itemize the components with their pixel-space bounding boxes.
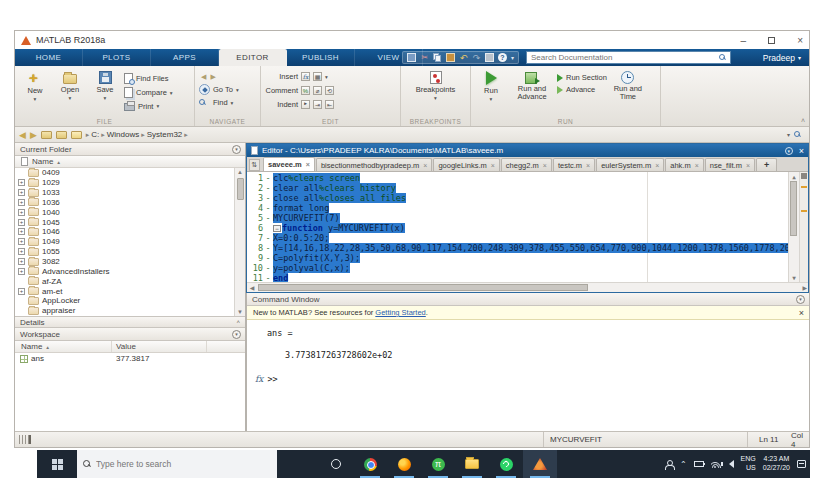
code-line-3[interactable]: 3-close all%closes all files bbox=[247, 193, 788, 203]
paste-icon[interactable] bbox=[446, 53, 455, 62]
editor-tab-ahk[interactable]: ahk.m× bbox=[665, 158, 704, 171]
insert-label[interactable]: Insert bbox=[265, 72, 298, 81]
code-line-11[interactable]: 11-end bbox=[247, 273, 788, 282]
save-icon[interactable] bbox=[407, 53, 416, 62]
workspace-value-header[interactable]: Value bbox=[112, 341, 207, 352]
copy-icon[interactable] bbox=[433, 53, 442, 62]
close-icon[interactable]: × bbox=[423, 162, 427, 169]
cortana-button[interactable] bbox=[319, 450, 353, 478]
code-line-10[interactable]: 10-y=polyval(C,x); bbox=[247, 263, 788, 273]
scrollbar-thumb[interactable] bbox=[258, 284, 588, 291]
hidden-icons-chevron[interactable]: ⌃ bbox=[680, 460, 687, 469]
panel-menu-icon[interactable]: ▾ bbox=[232, 145, 241, 154]
comment-label[interactable]: Comment bbox=[265, 86, 298, 95]
folder-item-3082[interactable]: +3082 bbox=[15, 257, 234, 267]
scroll-left-icon[interactable]: ◀ bbox=[247, 284, 257, 291]
collapse-icon[interactable]: ˄ bbox=[236, 319, 240, 325]
folder-item-1040[interactable]: +1040 bbox=[15, 207, 234, 217]
battery-icon[interactable] bbox=[694, 461, 704, 467]
close-icon[interactable]: × bbox=[655, 162, 659, 169]
code-line-8[interactable]: 8-Y=[14,16,18,22,28,35,50,68,90,117,154,… bbox=[247, 243, 788, 253]
minimize-button[interactable]: – bbox=[741, 35, 747, 46]
run-time-button[interactable]: Run and Time bbox=[610, 69, 646, 114]
user-menu[interactable]: Pradeep ▾ bbox=[763, 49, 801, 66]
command-window-output[interactable]: ans = 3.773817263728602e+02 fx >> bbox=[247, 320, 809, 433]
editor-tab-testc[interactable]: testc.m× bbox=[553, 158, 595, 171]
expand-icon[interactable]: + bbox=[18, 179, 25, 186]
warning-marker[interactable] bbox=[801, 210, 807, 212]
goto-button[interactable]: Go To▾ bbox=[199, 84, 239, 95]
expand-icon[interactable] bbox=[18, 169, 25, 176]
code-line-7[interactable]: 7-X=0:0.5:20; bbox=[247, 233, 788, 243]
code-line-9[interactable]: 9-C=polyfit(X,Y,3); bbox=[247, 253, 788, 263]
scrollbar-thumb[interactable] bbox=[237, 178, 244, 200]
name-column-header[interactable]: Name▴ bbox=[15, 156, 245, 168]
code-line-5[interactable]: 5-MYCURVEFIT(7) bbox=[247, 213, 788, 223]
editor-tab-chegg2[interactable]: chegg2.m× bbox=[501, 158, 552, 171]
code-line-4[interactable]: 4-format long bbox=[247, 203, 788, 213]
expand-icon[interactable]: + bbox=[18, 199, 25, 206]
run-advance-button[interactable]: Run and Advance bbox=[510, 69, 554, 114]
tab-publish[interactable]: PUBLISH bbox=[287, 49, 355, 66]
scroll-up-icon[interactable]: ▲ bbox=[237, 169, 243, 175]
breadcrumb-windows[interactable]: Windows bbox=[101, 130, 139, 139]
tab-apps[interactable]: APPS bbox=[151, 49, 219, 66]
expand-icon[interactable]: + bbox=[18, 228, 25, 235]
editor-tab-nsefilt[interactable]: nse_filt.m× bbox=[705, 158, 755, 171]
close-icon[interactable]: × bbox=[543, 162, 547, 169]
close-icon[interactable]: × bbox=[306, 161, 310, 168]
uncomment-icon[interactable]: ⌀ bbox=[313, 86, 322, 95]
undo-icon[interactable]: ↶ bbox=[459, 53, 468, 62]
folder-item-1045[interactable]: +1045 bbox=[15, 217, 234, 227]
folder-item-0409[interactable]: 0409 bbox=[15, 168, 234, 178]
editor-menu-icon[interactable]: ▾ bbox=[785, 147, 793, 155]
close-icon[interactable]: × bbox=[491, 162, 495, 169]
folder-item-1029[interactable]: +1029 bbox=[15, 178, 234, 188]
scroll-down-icon[interactable]: ▼ bbox=[237, 309, 243, 315]
action-center-icon[interactable] bbox=[797, 460, 806, 468]
browse-folder-icon[interactable] bbox=[41, 131, 52, 139]
run-section-button[interactable]: Run Section bbox=[557, 73, 607, 82]
firefox-button[interactable] bbox=[387, 450, 421, 478]
redo-icon[interactable]: ↷ bbox=[472, 53, 481, 62]
expand-icon[interactable]: + bbox=[18, 248, 25, 255]
expand-icon[interactable] bbox=[18, 297, 25, 304]
open-button[interactable]: Open▾ bbox=[54, 69, 86, 114]
editor-horizontal-scrollbar[interactable]: ◀ ▶ bbox=[247, 282, 808, 292]
workspace-name-header[interactable]: Name▴ bbox=[15, 341, 112, 352]
quick-access-dropdown-icon[interactable]: ▾ bbox=[511, 54, 514, 61]
workspace-row-ans[interactable]: ans 377.3817 bbox=[15, 353, 245, 364]
insert-section-icon[interactable]: ▦ bbox=[313, 72, 322, 81]
editor-tab-eulersystem[interactable]: eulerSystem.m× bbox=[596, 158, 664, 171]
pi-app-button[interactable]: π bbox=[421, 450, 455, 478]
tab-strip-icon[interactable]: ⇅ bbox=[249, 159, 260, 171]
file-explorer-button[interactable] bbox=[455, 450, 489, 478]
find-files-button[interactable]: Find Files bbox=[124, 73, 173, 84]
volume-icon[interactable] bbox=[729, 460, 734, 468]
expand-icon[interactable]: + bbox=[18, 219, 25, 226]
command-prompt[interactable]: >> bbox=[267, 374, 277, 384]
folder-item-appraiser[interactable]: appraiser bbox=[15, 306, 234, 316]
expand-icon[interactable] bbox=[18, 307, 25, 314]
expand-icon[interactable]: + bbox=[18, 258, 25, 265]
fold-icon[interactable]: − bbox=[273, 225, 281, 232]
tab-plots[interactable]: PLOTS bbox=[83, 49, 151, 66]
expand-icon[interactable]: + bbox=[18, 238, 25, 245]
start-button[interactable] bbox=[37, 450, 77, 478]
editor-tab-saveee[interactable]: saveee.m× bbox=[263, 157, 315, 171]
find-button[interactable]: Find▾ bbox=[199, 98, 239, 107]
breadcrumb-drive[interactable]: C: bbox=[86, 130, 99, 139]
matlab-taskbar-button[interactable] bbox=[523, 450, 557, 478]
folder-item-applocker[interactable]: AppLocker bbox=[15, 296, 234, 306]
editor-tab-bisectionmethod[interactable]: bisectionmethodbypradeep.m× bbox=[316, 158, 433, 171]
folder-item-advancedinstallers[interactable]: +AdvancedInstallers bbox=[15, 266, 234, 276]
save-button[interactable]: Save▾ bbox=[89, 69, 121, 114]
close-icon[interactable]: × bbox=[586, 162, 590, 169]
breakpoints-button[interactable]: Breakpoints▾ bbox=[410, 69, 462, 114]
close-button[interactable]: × bbox=[797, 35, 803, 46]
expand-icon[interactable]: + bbox=[18, 288, 25, 295]
scroll-down-icon[interactable]: ▼ bbox=[792, 274, 796, 281]
indent-left-icon[interactable]: ⇤ bbox=[325, 100, 334, 109]
search-icon[interactable] bbox=[719, 54, 726, 61]
folder-item-am-et[interactable]: +am-et bbox=[15, 286, 234, 296]
